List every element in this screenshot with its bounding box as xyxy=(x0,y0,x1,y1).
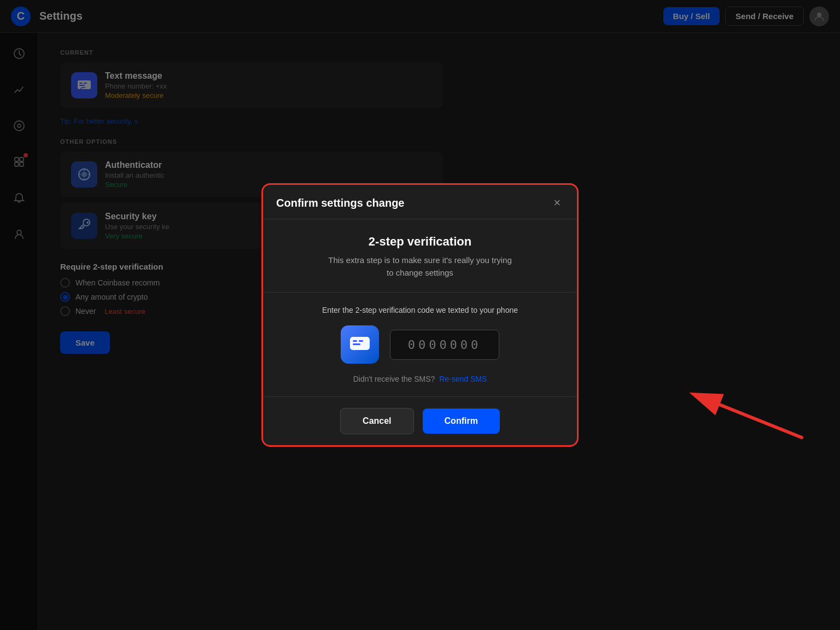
svg-rect-16 xyxy=(350,337,370,350)
cancel-button[interactable]: Cancel xyxy=(340,408,413,434)
modal-body-bottom: Enter the 2-step verification code we te… xyxy=(263,293,577,397)
resend-sms-link[interactable]: Re-send SMS xyxy=(439,375,487,383)
verification-row xyxy=(276,325,564,364)
modal-close-button[interactable]: × xyxy=(550,196,564,210)
arrow-svg xyxy=(676,377,807,448)
verification-code-input[interactable] xyxy=(390,330,499,360)
sms-icon xyxy=(341,325,379,364)
svg-rect-17 xyxy=(353,340,357,342)
resend-prefix: Didn't receive the SMS? xyxy=(353,375,435,383)
confirm-button[interactable]: Confirm xyxy=(423,409,500,434)
modal-header: Confirm settings change × xyxy=(263,185,577,219)
arrow-annotation xyxy=(676,377,807,451)
svg-rect-19 xyxy=(359,340,363,342)
svg-rect-18 xyxy=(353,343,360,345)
modal-body-top: 2-step verification This extra step is t… xyxy=(263,219,577,293)
code-instructions: Enter the 2-step verification code we te… xyxy=(276,306,564,314)
resend-row: Didn't receive the SMS? Re-send SMS xyxy=(276,375,564,383)
modal-footer: Cancel Confirm xyxy=(263,397,577,445)
modal-title: Confirm settings change xyxy=(276,197,404,209)
verification-desc: This extra step is to make sure it's rea… xyxy=(276,254,564,279)
verification-title: 2-step verification xyxy=(276,235,564,249)
confirm-settings-modal: Confirm settings change × 2-step verific… xyxy=(261,183,579,447)
